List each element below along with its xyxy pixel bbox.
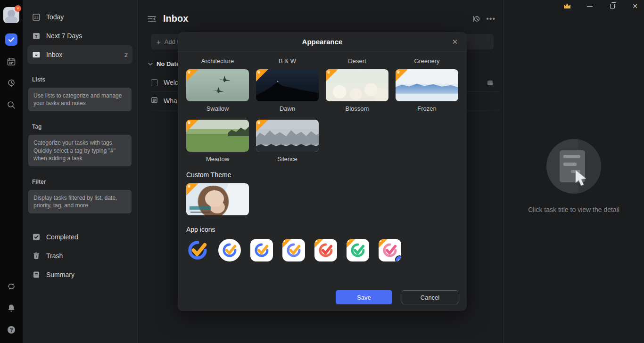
task-date-icon (487, 80, 493, 86)
premium-badge-icon (256, 120, 268, 132)
sidebar-item-label: Today (46, 13, 64, 21)
dialog-close-icon[interactable]: ✕ (450, 37, 460, 47)
app-icon-option-square[interactable] (250, 239, 273, 261)
theme-thumbnail (326, 69, 388, 101)
app-icon-option-flat[interactable] (186, 239, 209, 261)
ticktick-logo-icon (254, 242, 270, 258)
theme-label: Silence (256, 155, 319, 163)
premium-badge-icon (326, 69, 338, 82)
sidebar-item-completed[interactable]: Completed (27, 228, 132, 246)
theme-label[interactable]: Desert (326, 57, 388, 65)
premium-crown-icon[interactable] (563, 2, 571, 10)
empty-state-text: Click task title to view the detail (528, 206, 619, 213)
page-title: Inbox (163, 13, 188, 24)
calendar-week-icon: 7 (32, 32, 41, 40)
tag-hint-card: Categorize your tasks with tags. Quickly… (28, 135, 132, 166)
app-icon-option-pink-premium[interactable] (379, 239, 401, 261)
collapse-sidebar-icon[interactable] (147, 15, 157, 23)
sync-icon[interactable] (6, 281, 17, 292)
section-heading-filter: Filter (27, 179, 132, 185)
dialog-title: Appearance (302, 38, 343, 46)
focus-pomodoro-icon[interactable] (6, 78, 17, 89)
svg-text:23: 23 (34, 16, 39, 20)
sidebar-item-label: Trash (46, 252, 63, 260)
completed-icon (32, 233, 41, 241)
calendar-view-icon[interactable] (6, 56, 17, 67)
sidebar-item-trash[interactable]: Trash (27, 246, 132, 265)
theme-thumbnail (256, 69, 319, 101)
task-note-icon (151, 97, 158, 105)
save-button[interactable]: Save (336, 290, 392, 304)
svg-text:7: 7 (35, 34, 37, 39)
theme-option-frozen[interactable]: Frozen (396, 69, 458, 112)
task-checkbox[interactable] (151, 79, 158, 86)
theme-label: Meadow (186, 155, 249, 163)
app-icons-heading: App icons (186, 226, 458, 233)
theme-grid: Swallow Dawn Blossom Frozen Meadow (186, 69, 458, 163)
avatar[interactable] (3, 7, 19, 23)
theme-labels-row-partial: Architecture B & W Desert Greenery (186, 57, 458, 65)
theme-option-silence[interactable]: Silence (256, 120, 319, 163)
theme-label: Dawn (256, 105, 319, 112)
restore-button[interactable] (608, 2, 617, 10)
app-window: ? 23 Today 7 Next 7 Days Inbox 2 Lists U… (0, 0, 644, 343)
sidebar-item-today[interactable]: 23 Today (27, 8, 132, 26)
tasks-view-icon[interactable] (5, 33, 17, 46)
sidebar-item-next7days[interactable]: 7 Next 7 Days (27, 26, 132, 45)
app-icons-row (186, 239, 458, 261)
ticktick-logo-icon (222, 242, 238, 258)
search-icon[interactable] (6, 99, 17, 111)
notifications-bell-icon[interactable] (6, 302, 17, 314)
section-heading-lists: Lists (27, 76, 132, 83)
theme-label: Blossom (326, 105, 388, 112)
trash-icon (32, 252, 41, 260)
appearance-dialog: Appearance ✕ Architecture B & W Desert G… (178, 32, 467, 311)
summary-icon (32, 270, 41, 279)
task-title[interactable]: Wha (164, 97, 177, 105)
premium-crown-badge-icon (15, 5, 21, 12)
theme-option-swallow[interactable]: Swallow (186, 69, 249, 112)
app-icon-option-red-premium[interactable] (314, 239, 337, 261)
group-label: No Date (157, 60, 180, 67)
theme-option-meadow[interactable]: Meadow (186, 120, 249, 163)
theme-label[interactable]: B & W (256, 57, 319, 65)
theme-label: Frozen (396, 105, 458, 112)
sidebar-item-summary[interactable]: Summary (27, 265, 132, 284)
app-icon-option-green-premium[interactable] (347, 239, 369, 261)
ticktick-logo-icon (187, 239, 208, 261)
task-title[interactable]: Welc (164, 79, 178, 86)
custom-theme-heading: Custom Theme (186, 171, 458, 179)
help-icon[interactable]: ? (6, 324, 17, 335)
minimize-button[interactable] (586, 2, 594, 10)
sidebar-item-inbox[interactable]: Inbox 2 (27, 45, 132, 64)
theme-option-blossom[interactable]: Blossom (326, 69, 388, 112)
theme-label[interactable]: Architecture (186, 57, 249, 65)
plus-icon: + (157, 38, 161, 46)
app-icon-option-blue-premium[interactable] (282, 239, 305, 261)
custom-theme-thumbnail[interactable] (186, 183, 249, 215)
premium-badge-icon (186, 120, 198, 132)
sidebar-item-label: Summary (46, 271, 74, 278)
more-options-icon[interactable]: ••• (486, 16, 495, 21)
custom-theme-caption-strip (190, 206, 211, 210)
premium-badge-icon (186, 183, 198, 196)
sidebar-item-label: Inbox (46, 51, 62, 58)
titlebar-controls: ✕ (563, 2, 639, 10)
left-rail: ? (0, 0, 23, 343)
close-button[interactable]: ✕ (631, 2, 639, 10)
premium-badge-icon (347, 239, 355, 248)
selected-check-icon (395, 255, 401, 261)
theme-label[interactable]: Greenery (396, 57, 458, 65)
premium-badge-icon (314, 239, 323, 248)
group-header-no-date[interactable]: No Date (148, 60, 180, 67)
premium-badge-icon (379, 239, 388, 248)
svg-text:?: ? (10, 327, 13, 333)
sort-icon[interactable] (472, 15, 480, 23)
lists-hint-card: Use lists to categorize and manage your … (28, 88, 132, 111)
theme-option-dawn[interactable]: Dawn (256, 69, 319, 112)
cancel-button[interactable]: Cancel (402, 290, 458, 304)
premium-badge-icon (186, 69, 198, 82)
theme-thumbnail (256, 120, 319, 152)
premium-badge-icon (282, 239, 291, 248)
app-icon-option-circle[interactable] (218, 239, 241, 261)
